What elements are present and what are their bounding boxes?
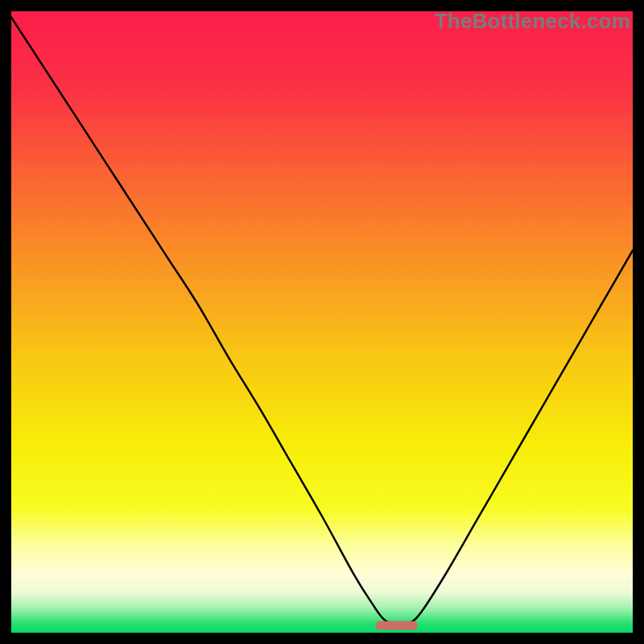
chart-frame: TheBottleneck.com xyxy=(11,11,633,633)
watermark-text: TheBottleneck.com xyxy=(435,9,630,34)
optimal-marker xyxy=(375,621,417,630)
heat-gradient-background xyxy=(11,11,633,633)
bottleneck-chart xyxy=(11,11,633,633)
